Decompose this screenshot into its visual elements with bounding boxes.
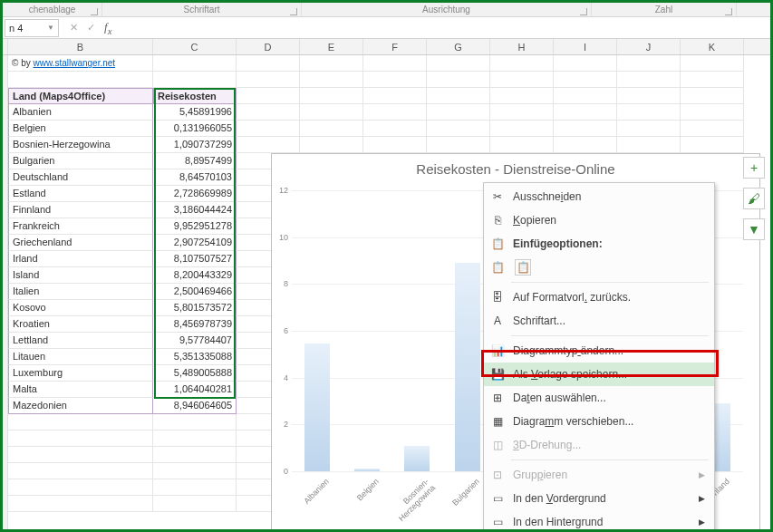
- cancel-formula-icon[interactable]: ✕: [70, 22, 78, 34]
- cell[interactable]: [681, 55, 744, 72]
- cell[interactable]: Estland: [8, 186, 153, 202]
- chart-bar[interactable]: [404, 446, 430, 471]
- cell[interactable]: [300, 88, 363, 104]
- cell[interactable]: Finnland: [8, 202, 153, 218]
- name-box[interactable]: n 4 ▼: [5, 19, 59, 37]
- cell[interactable]: [427, 88, 490, 104]
- cell[interactable]: [153, 72, 237, 88]
- cell[interactable]: [237, 104, 300, 121]
- cell[interactable]: Belgien: [8, 121, 153, 137]
- cell[interactable]: [237, 72, 300, 88]
- chart-add-element-icon[interactable]: +: [743, 157, 765, 179]
- cell[interactable]: [617, 72, 681, 88]
- context-menu-item[interactable]: 📋Einfügeoptionen:: [484, 232, 714, 256]
- fx-icon[interactable]: fx: [104, 20, 111, 36]
- cell[interactable]: 9,952951278: [153, 218, 237, 235]
- cell[interactable]: 8,456978739: [153, 316, 237, 333]
- cell[interactable]: [237, 88, 300, 104]
- worksheet-grid[interactable]: © by www.stallwanger.netLand (Maps4Offic…: [3, 55, 770, 531]
- cell[interactable]: [490, 121, 554, 137]
- context-menu-item[interactable]: 💾Als Vorlage speichern...: [484, 363, 714, 386]
- column-header[interactable]: D: [237, 39, 300, 54]
- cell[interactable]: [363, 104, 427, 121]
- cell[interactable]: [363, 72, 427, 88]
- cell[interactable]: © by www.stallwanger.net: [8, 55, 153, 72]
- cell[interactable]: 8,64570103: [153, 169, 237, 186]
- cell[interactable]: [554, 121, 617, 137]
- context-menu-item[interactable]: ▦Diagramm verschieben...: [484, 410, 714, 433]
- cell[interactable]: Island: [8, 267, 153, 284]
- cell[interactable]: Albanien: [8, 104, 153, 121]
- cell[interactable]: 8,946064605: [153, 398, 237, 414]
- cell[interactable]: 1,090737299: [153, 137, 237, 153]
- cell[interactable]: [8, 447, 153, 463]
- cell[interactable]: [363, 137, 427, 153]
- cell[interactable]: [617, 55, 681, 72]
- cell[interactable]: [681, 104, 744, 121]
- cell[interactable]: [153, 463, 237, 479]
- context-menu-item[interactable]: ▭In den Vordergrund▶: [484, 487, 714, 510]
- cell[interactable]: [300, 121, 363, 137]
- paste-option-icon[interactable]: 📋: [515, 259, 531, 276]
- cell[interactable]: [554, 104, 617, 121]
- context-menu-item[interactable]: ⊞Daten auswählen...: [484, 386, 714, 410]
- chart-filter-icon[interactable]: ▼: [743, 218, 765, 240]
- cell[interactable]: 2,728669989: [153, 186, 237, 202]
- context-menu-item[interactable]: ASchriftart...: [484, 309, 714, 333]
- cell[interactable]: Mazedonien: [8, 398, 153, 414]
- cell[interactable]: Irland: [8, 251, 153, 267]
- cell[interactable]: [153, 414, 237, 430]
- cell[interactable]: 8,8957499: [153, 153, 237, 169]
- cell[interactable]: Malta: [8, 382, 153, 398]
- cell[interactable]: [554, 137, 617, 153]
- copyright-link[interactable]: www.stallwanger.net: [34, 58, 116, 68]
- cell[interactable]: 5,489005888: [153, 365, 237, 382]
- context-menu-item[interactable]: ⎘Kopieren: [484, 208, 714, 232]
- cell[interactable]: [617, 104, 681, 121]
- cell[interactable]: [8, 479, 153, 496]
- cell[interactable]: [153, 55, 237, 72]
- dialog-launcher-icon[interactable]: [91, 8, 98, 15]
- cell[interactable]: [8, 463, 153, 479]
- chart-bar[interactable]: [304, 343, 330, 471]
- cell[interactable]: [153, 430, 237, 447]
- cell[interactable]: [153, 496, 237, 512]
- cell[interactable]: [427, 55, 490, 72]
- enter-formula-icon[interactable]: ✓: [87, 22, 95, 34]
- cell[interactable]: 2,907254109: [153, 235, 237, 251]
- name-box-dropdown-icon[interactable]: ▼: [47, 24, 54, 32]
- cell[interactable]: Bulgarien: [8, 153, 153, 169]
- cell[interactable]: [153, 479, 237, 496]
- cell[interactable]: [490, 88, 554, 104]
- cell[interactable]: Luxemburg: [8, 365, 153, 382]
- cell[interactable]: [363, 55, 427, 72]
- cell[interactable]: 5,351335088: [153, 349, 237, 365]
- cell[interactable]: Kroatien: [8, 316, 153, 333]
- column-header[interactable]: F: [363, 39, 427, 54]
- cell[interactable]: [8, 72, 153, 88]
- cell[interactable]: Land (Maps4Office): [8, 88, 153, 104]
- chart-bar[interactable]: [354, 469, 380, 471]
- cell[interactable]: 2,500469466: [153, 284, 237, 300]
- context-menu-item[interactable]: 🗄Auf Formatvorl. zurücks.: [484, 285, 714, 309]
- cell[interactable]: [617, 121, 681, 137]
- cell[interactable]: [300, 55, 363, 72]
- cell[interactable]: [681, 137, 744, 153]
- context-menu-item[interactable]: 📋📋: [484, 256, 714, 279]
- cell[interactable]: [490, 137, 554, 153]
- cell[interactable]: 9,57784407: [153, 333, 237, 349]
- cell[interactable]: Griechenland: [8, 235, 153, 251]
- cell[interactable]: [554, 55, 617, 72]
- column-header[interactable]: C: [153, 39, 237, 54]
- chart-bar[interactable]: [455, 263, 480, 471]
- cell[interactable]: [237, 137, 300, 153]
- cell[interactable]: [681, 88, 744, 104]
- chart-styles-icon[interactable]: 🖌: [743, 188, 765, 209]
- cell[interactable]: [681, 72, 744, 88]
- cell[interactable]: [427, 137, 490, 153]
- dialog-launcher-icon[interactable]: [725, 8, 732, 15]
- cell[interactable]: [554, 72, 617, 88]
- cell[interactable]: [363, 121, 427, 137]
- column-header[interactable]: B: [8, 39, 153, 54]
- cell[interactable]: [8, 496, 153, 512]
